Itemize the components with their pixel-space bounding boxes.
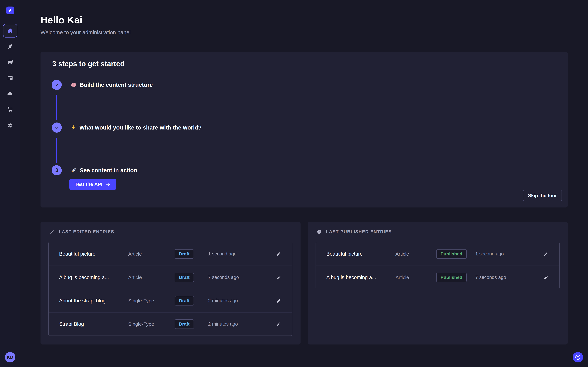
panel-title: LAST EDITED ENTRIES	[59, 229, 114, 234]
sidebar-item-content-type-builder[interactable]	[0, 72, 20, 84]
layout-icon	[7, 75, 13, 81]
sidebar-divider	[0, 20, 20, 20]
status-badge: Draft	[175, 319, 194, 329]
question-mark-icon: ?	[575, 354, 581, 360]
edit-entry-button[interactable]	[267, 275, 282, 280]
page-subtitle: Welcome to your administration panel	[41, 29, 131, 35]
pencil-icon	[543, 275, 549, 280]
step-1-label: Build the content structure	[70, 80, 153, 90]
strapi-logo-icon	[6, 7, 14, 14]
entry-type: Article	[395, 251, 428, 257]
lightning-emoji-icon	[70, 124, 77, 131]
entry-type: Article	[128, 275, 160, 280]
feather-icon	[7, 43, 13, 50]
pencil-icon	[276, 298, 282, 304]
home-icon	[7, 27, 13, 34]
step-3-indicator: 3	[52, 165, 62, 175]
panel-title: LAST PUBLISHED ENTRIES	[326, 229, 392, 234]
last-edited-entries-panel: LAST EDITED ENTRIES Beautiful picture Ar…	[41, 222, 301, 344]
entry-type: Article	[128, 251, 160, 257]
status-badge: Draft	[175, 273, 194, 282]
entry-title: Beautiful picture	[326, 251, 395, 257]
edit-entry-button[interactable]	[267, 321, 282, 327]
status-badge: Published	[436, 273, 467, 282]
last-published-entries-panel: LAST PUBLISHED ENTRIES Beautiful picture…	[308, 222, 568, 344]
sidebar-item-home[interactable]	[3, 24, 17, 38]
sidebar-item-deploy[interactable]	[0, 88, 20, 100]
step-2-label: What would you like to share with the wo…	[70, 123, 202, 133]
entry-title: A bug is becoming a...	[326, 275, 395, 280]
check-icon	[54, 82, 60, 88]
table-row[interactable]: A bug is becoming a... Article Published…	[316, 266, 559, 289]
edit-entry-button[interactable]	[267, 298, 282, 304]
check-icon	[54, 125, 60, 130]
help-button[interactable]: ?	[573, 352, 583, 362]
last-edited-entries-table: Beautiful picture Article Draft 1 second…	[48, 242, 292, 336]
pencil-icon	[543, 251, 549, 257]
edit-entry-button[interactable]	[534, 275, 549, 280]
status-badge: Draft	[175, 296, 194, 306]
step-connector	[56, 95, 57, 120]
cart-icon	[7, 106, 13, 113]
arrow-right-icon	[105, 182, 111, 187]
gear-icon	[7, 122, 13, 128]
check-circle-icon	[317, 229, 322, 234]
sidebar-divider	[0, 347, 20, 347]
edit-entry-button[interactable]	[534, 251, 549, 257]
skip-the-tour-button[interactable]: Skip the tour	[523, 190, 562, 201]
entry-title: A bug is becoming a...	[59, 275, 128, 280]
strapi-admin-homepage: { "header": { "title": "Hello Kai", "sub…	[0, 0, 588, 367]
entry-type: Article	[395, 275, 428, 280]
last-edited-entries-header: LAST EDITED ENTRIES	[49, 229, 114, 234]
last-published-entries-header: LAST PUBLISHED ENTRIES	[317, 229, 392, 234]
user-avatar[interactable]: KD	[5, 352, 15, 362]
last-published-entries-table: Beautiful picture Article Published 1 se…	[316, 242, 560, 289]
entry-updated-time: 7 seconds ago	[208, 275, 267, 280]
sidebar-item-media-library[interactable]	[0, 56, 20, 68]
entry-updated-time: 2 minutes ago	[208, 298, 267, 303]
page-title: Hello Kai	[41, 14, 82, 26]
entry-title: Beautiful picture	[59, 251, 128, 257]
sidebar-item-content-manager[interactable]	[0, 41, 20, 52]
svg-text:?: ?	[577, 356, 579, 359]
step-connector	[56, 138, 57, 163]
table-row[interactable]: Beautiful picture Article Draft 1 second…	[49, 242, 292, 266]
entry-type: Single-Type	[128, 321, 160, 327]
sidebar-item-settings[interactable]	[0, 119, 20, 131]
test-the-api-button[interactable]: Test the API	[69, 179, 116, 190]
entry-title: About the strapi blog	[59, 298, 128, 304]
table-row[interactable]: Strapi Blog Single-Type Draft 2 minutes …	[49, 312, 292, 335]
entry-updated-time: 1 second ago	[208, 251, 267, 257]
getting-started-title: 3 steps to get started	[52, 60, 125, 68]
entry-updated-time: 2 minutes ago	[208, 321, 267, 327]
pencil-icon	[276, 251, 282, 257]
table-row[interactable]: Beautiful picture Article Published 1 se…	[316, 242, 559, 266]
table-row[interactable]: A bug is becoming a... Article Draft 7 s…	[49, 266, 292, 289]
pencil-icon	[276, 275, 282, 280]
pencil-icon	[49, 229, 55, 234]
sidebar-item-marketplace[interactable]	[0, 104, 20, 115]
pencil-icon	[276, 321, 282, 327]
getting-started-card: 3 steps to get started Build the content…	[41, 52, 568, 208]
sidebar: KD	[0, 0, 20, 367]
status-badge: Published	[436, 249, 467, 259]
entry-updated-time: 1 second ago	[475, 251, 534, 257]
status-badge: Draft	[175, 249, 194, 259]
brain-emoji-icon	[70, 81, 77, 88]
entry-title: Strapi Blog	[59, 321, 128, 327]
step-2-indicator	[52, 123, 62, 133]
rocket-emoji-icon	[70, 167, 77, 174]
step-3-label: See content in action	[70, 165, 137, 175]
entry-type: Single-Type	[128, 298, 160, 304]
entry-updated-time: 7 seconds ago	[475, 275, 534, 280]
cloud-icon	[7, 91, 13, 97]
edit-entry-button[interactable]	[267, 251, 282, 257]
images-icon	[7, 59, 13, 65]
step-1-indicator	[52, 80, 62, 90]
table-row[interactable]: About the strapi blog Single-Type Draft …	[49, 289, 292, 312]
